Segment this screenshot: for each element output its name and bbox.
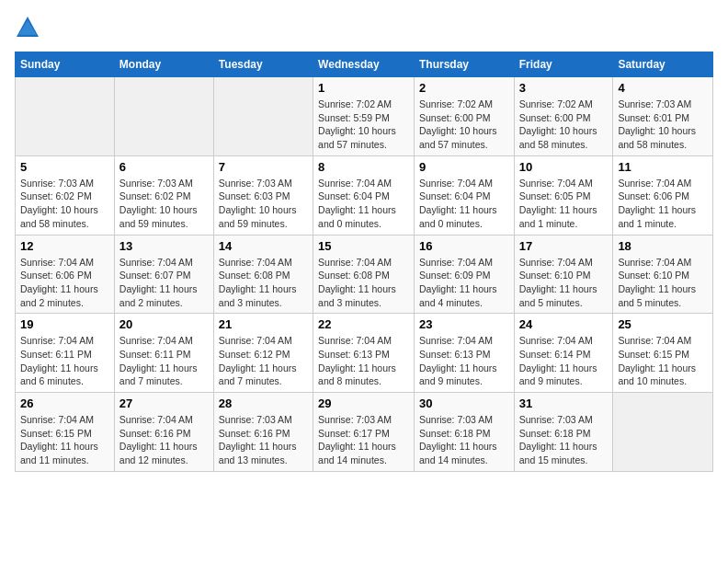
- week-row-4: 19Sunrise: 7:04 AM Sunset: 6:11 PM Dayli…: [16, 314, 713, 393]
- day-info: Sunrise: 7:03 AM Sunset: 6:18 PM Dayligh…: [519, 413, 609, 467]
- day-cell: 4Sunrise: 7:03 AM Sunset: 6:01 PM Daylig…: [613, 77, 713, 156]
- day-info: Sunrise: 7:02 AM Sunset: 6:00 PM Dayligh…: [419, 98, 509, 152]
- day-number: 18: [618, 239, 708, 253]
- day-info: Sunrise: 7:04 AM Sunset: 6:11 PM Dayligh…: [20, 334, 109, 388]
- day-header-monday: Monday: [114, 52, 213, 77]
- day-info: Sunrise: 7:04 AM Sunset: 6:09 PM Dayligh…: [419, 256, 509, 310]
- day-info: Sunrise: 7:04 AM Sunset: 6:10 PM Dayligh…: [519, 256, 609, 310]
- day-info: Sunrise: 7:04 AM Sunset: 6:13 PM Dayligh…: [318, 334, 409, 388]
- day-cell: 28Sunrise: 7:03 AM Sunset: 6:16 PM Dayli…: [213, 393, 313, 472]
- day-header-saturday: Saturday: [613, 52, 713, 77]
- day-info: Sunrise: 7:04 AM Sunset: 6:10 PM Dayligh…: [618, 256, 708, 310]
- day-info: Sunrise: 7:03 AM Sunset: 6:01 PM Dayligh…: [618, 98, 708, 152]
- day-cell: [213, 77, 313, 156]
- day-number: 12: [20, 239, 109, 253]
- day-info: Sunrise: 7:03 AM Sunset: 6:18 PM Dayligh…: [419, 413, 509, 467]
- calendar-table: SundayMondayTuesdayWednesdayThursdayFrid…: [15, 52, 713, 472]
- day-cell: 30Sunrise: 7:03 AM Sunset: 6:18 PM Dayli…: [414, 393, 514, 472]
- day-cell: 31Sunrise: 7:03 AM Sunset: 6:18 PM Dayli…: [514, 393, 613, 472]
- day-header-friday: Friday: [514, 52, 613, 77]
- day-cell: 29Sunrise: 7:03 AM Sunset: 6:17 PM Dayli…: [313, 393, 415, 472]
- day-number: 31: [519, 396, 609, 410]
- day-cell: 12Sunrise: 7:04 AM Sunset: 6:06 PM Dayli…: [16, 235, 115, 314]
- day-info: Sunrise: 7:03 AM Sunset: 6:02 PM Dayligh…: [119, 177, 209, 231]
- day-number: 29: [318, 396, 409, 410]
- day-number: 6: [119, 160, 209, 174]
- day-header-tuesday: Tuesday: [213, 52, 313, 77]
- day-number: 19: [20, 317, 109, 331]
- day-cell: 26Sunrise: 7:04 AM Sunset: 6:15 PM Dayli…: [16, 393, 115, 472]
- day-cell: 5Sunrise: 7:03 AM Sunset: 6:02 PM Daylig…: [16, 155, 115, 235]
- day-number: 8: [318, 160, 409, 174]
- day-info: Sunrise: 7:04 AM Sunset: 6:08 PM Dayligh…: [219, 256, 308, 310]
- day-number: 24: [519, 317, 609, 331]
- day-info: Sunrise: 7:04 AM Sunset: 6:08 PM Dayligh…: [318, 256, 409, 310]
- day-cell: 27Sunrise: 7:04 AM Sunset: 6:16 PM Dayli…: [114, 393, 213, 472]
- day-info: Sunrise: 7:03 AM Sunset: 6:17 PM Dayligh…: [318, 413, 409, 467]
- logo-icon: [15, 15, 40, 40]
- day-number: 27: [119, 396, 209, 410]
- day-cell: 25Sunrise: 7:04 AM Sunset: 6:15 PM Dayli…: [613, 314, 713, 393]
- svg-marker-1: [18, 20, 37, 35]
- day-cell: 19Sunrise: 7:04 AM Sunset: 6:11 PM Dayli…: [16, 314, 115, 393]
- day-info: Sunrise: 7:04 AM Sunset: 6:06 PM Dayligh…: [618, 177, 708, 231]
- day-number: 7: [219, 160, 308, 174]
- day-number: 30: [419, 396, 509, 410]
- day-cell: 3Sunrise: 7:02 AM Sunset: 6:00 PM Daylig…: [514, 77, 613, 156]
- day-cell: 2Sunrise: 7:02 AM Sunset: 6:00 PM Daylig…: [414, 77, 514, 156]
- day-header-sunday: Sunday: [16, 52, 115, 77]
- day-cell: 21Sunrise: 7:04 AM Sunset: 6:12 PM Dayli…: [213, 314, 313, 393]
- day-info: Sunrise: 7:03 AM Sunset: 6:16 PM Dayligh…: [219, 413, 308, 467]
- day-number: 23: [419, 317, 509, 331]
- day-info: Sunrise: 7:03 AM Sunset: 6:03 PM Dayligh…: [219, 177, 308, 231]
- day-cell: 13Sunrise: 7:04 AM Sunset: 6:07 PM Dayli…: [114, 235, 213, 314]
- day-cell: 17Sunrise: 7:04 AM Sunset: 6:10 PM Dayli…: [514, 235, 613, 314]
- week-row-1: 1Sunrise: 7:02 AM Sunset: 5:59 PM Daylig…: [16, 77, 713, 156]
- day-number: 28: [219, 396, 308, 410]
- day-info: Sunrise: 7:04 AM Sunset: 6:15 PM Dayligh…: [618, 334, 708, 388]
- day-cell: 8Sunrise: 7:04 AM Sunset: 6:04 PM Daylig…: [313, 155, 415, 235]
- day-number: 13: [119, 239, 209, 253]
- day-cell: 22Sunrise: 7:04 AM Sunset: 6:13 PM Dayli…: [313, 314, 415, 393]
- day-number: 1: [318, 81, 409, 95]
- day-info: Sunrise: 7:04 AM Sunset: 6:04 PM Dayligh…: [318, 177, 409, 231]
- day-info: Sunrise: 7:03 AM Sunset: 6:02 PM Dayligh…: [20, 177, 109, 231]
- day-number: 26: [20, 396, 109, 410]
- day-cell: 14Sunrise: 7:04 AM Sunset: 6:08 PM Dayli…: [213, 235, 313, 314]
- day-number: 2: [419, 81, 509, 95]
- day-cell: 7Sunrise: 7:03 AM Sunset: 6:03 PM Daylig…: [213, 155, 313, 235]
- day-info: Sunrise: 7:02 AM Sunset: 6:00 PM Dayligh…: [519, 98, 609, 152]
- day-info: Sunrise: 7:04 AM Sunset: 6:13 PM Dayligh…: [419, 334, 509, 388]
- week-row-5: 26Sunrise: 7:04 AM Sunset: 6:15 PM Dayli…: [16, 393, 713, 472]
- day-number: 22: [318, 317, 409, 331]
- day-number: 25: [618, 317, 708, 331]
- day-info: Sunrise: 7:04 AM Sunset: 6:11 PM Dayligh…: [119, 334, 209, 388]
- day-number: 4: [618, 81, 708, 95]
- day-cell: 11Sunrise: 7:04 AM Sunset: 6:06 PM Dayli…: [613, 155, 713, 235]
- day-number: 3: [519, 81, 609, 95]
- day-info: Sunrise: 7:04 AM Sunset: 6:04 PM Dayligh…: [419, 177, 509, 231]
- day-number: 5: [20, 160, 109, 174]
- day-cell: 18Sunrise: 7:04 AM Sunset: 6:10 PM Dayli…: [613, 235, 713, 314]
- day-header-thursday: Thursday: [414, 52, 514, 77]
- day-number: 11: [618, 160, 708, 174]
- logo: [15, 15, 44, 40]
- day-info: Sunrise: 7:04 AM Sunset: 6:06 PM Dayligh…: [20, 256, 109, 310]
- day-number: 9: [419, 160, 509, 174]
- day-cell: [114, 77, 213, 156]
- day-cell: 10Sunrise: 7:04 AM Sunset: 6:05 PM Dayli…: [514, 155, 613, 235]
- day-cell: 6Sunrise: 7:03 AM Sunset: 6:02 PM Daylig…: [114, 155, 213, 235]
- day-info: Sunrise: 7:02 AM Sunset: 5:59 PM Dayligh…: [318, 98, 409, 152]
- day-cell: [16, 77, 115, 156]
- day-number: 21: [219, 317, 308, 331]
- day-info: Sunrise: 7:04 AM Sunset: 6:05 PM Dayligh…: [519, 177, 609, 231]
- day-info: Sunrise: 7:04 AM Sunset: 6:12 PM Dayligh…: [219, 334, 308, 388]
- day-cell: [613, 393, 713, 472]
- day-info: Sunrise: 7:04 AM Sunset: 6:14 PM Dayligh…: [519, 334, 609, 388]
- day-cell: 1Sunrise: 7:02 AM Sunset: 5:59 PM Daylig…: [313, 77, 415, 156]
- day-info: Sunrise: 7:04 AM Sunset: 6:15 PM Dayligh…: [20, 413, 109, 467]
- day-info: Sunrise: 7:04 AM Sunset: 6:16 PM Dayligh…: [119, 413, 209, 467]
- day-cell: 9Sunrise: 7:04 AM Sunset: 6:04 PM Daylig…: [414, 155, 514, 235]
- day-info: Sunrise: 7:04 AM Sunset: 6:07 PM Dayligh…: [119, 256, 209, 310]
- day-number: 16: [419, 239, 509, 253]
